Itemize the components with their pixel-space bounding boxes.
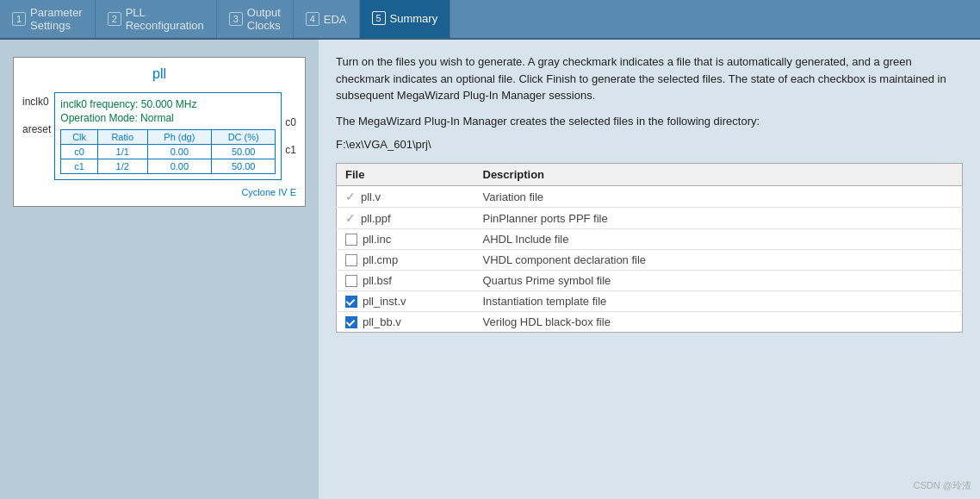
row0-ph: 0.00 <box>147 145 211 159</box>
file-name: pll_inst.v <box>363 295 406 308</box>
diagram-outputs: c0 c1 <box>282 92 296 180</box>
file-row: pll.incAHDL Include file <box>337 229 963 250</box>
tab-summary[interactable]: 5 Summary <box>360 0 451 38</box>
checkbox-gray: ✓ <box>345 211 356 225</box>
file-description: VHDL component declaration file <box>474 250 963 271</box>
tab-label-5: Summary <box>390 12 438 25</box>
diagram-box: pll inclk0 areset inclk0 frequency: 50.0… <box>13 57 306 207</box>
tab-num-1: 1 <box>12 12 26 26</box>
diagram-output-c0: c0 <box>285 116 296 128</box>
row1-clk: c1 <box>61 159 97 174</box>
tab-parameter-settings[interactable]: 1 ParameterSettings <box>0 0 96 38</box>
file-row: pll_inst.vInstantiation template file <box>337 291 963 312</box>
row1-dc: 50.00 <box>212 159 276 174</box>
tab-label-4: EDA <box>324 13 347 26</box>
tab-eda[interactable]: 4 EDA <box>294 0 360 38</box>
diagram-table: Clk Ratio Ph (dg) DC (%) c0 1/1 0.00 <box>60 129 276 174</box>
file-description: Verilog HDL black-box file <box>474 312 963 333</box>
file-cell-6: pll_bb.v <box>337 312 474 333</box>
row1-ph: 0.00 <box>147 159 211 174</box>
table-row: c1 1/2 0.00 50.00 <box>61 159 276 174</box>
diagram-mode: Operation Mode: Normal <box>60 112 276 124</box>
dir-prefix: The MegaWizard Plug-In Manager creates t… <box>336 113 963 130</box>
file-name: pll.inc <box>363 233 391 246</box>
tab-label-1: ParameterSettings <box>30 6 83 32</box>
tab-label-3: OutputClocks <box>247 6 281 32</box>
diagram-title: pll <box>22 66 296 82</box>
diagram-freq: inclk0 frequency: 50.000 MHz <box>60 98 276 110</box>
files-header-row: File Description <box>337 164 963 186</box>
right-panel: Turn on the files you wish to generate. … <box>319 40 980 499</box>
row1-ratio: 1/2 <box>97 159 147 174</box>
file-cell-0: ✓pll.v <box>337 186 474 208</box>
row0-ratio: 1/1 <box>97 145 147 159</box>
file-cell-1: ✓pll.ppf <box>337 208 474 229</box>
tab-num-5: 5 <box>372 11 386 25</box>
watermark: CSDN @玲渣 <box>914 479 971 492</box>
file-name: pll.ppf <box>361 212 391 225</box>
file-name: pll.bsf <box>363 274 392 287</box>
main-content: pll inclk0 areset inclk0 frequency: 50.0… <box>0 40 980 499</box>
file-description: Variation file <box>474 186 963 208</box>
file-description: Quartus Prime symbol file <box>474 271 963 291</box>
checkbox-empty[interactable] <box>345 254 357 266</box>
files-col-desc: Description <box>474 164 963 186</box>
checkbox-filled[interactable] <box>345 296 357 308</box>
diagram-body: inclk0 areset inclk0 frequency: 50.000 M… <box>22 92 296 180</box>
file-cell-4: pll.bsf <box>337 271 474 291</box>
tab-output-clocks[interactable]: 3 OutputClocks <box>217 0 294 38</box>
file-description: Instantiation template file <box>474 291 963 312</box>
directory-path: F:\ex\VGA_601\prj\ <box>336 138 963 151</box>
table-row: c0 1/1 0.00 50.00 <box>61 145 276 159</box>
row0-clk: c0 <box>61 145 97 159</box>
tab-label-2: PLLReconfiguration <box>126 6 204 32</box>
diagram-output-c1: c1 <box>285 144 296 156</box>
diagram-col-ratio: Ratio <box>97 130 147 145</box>
file-name: pll.v <box>361 190 381 203</box>
checkbox-filled[interactable] <box>345 316 357 328</box>
file-cell-5: pll_inst.v <box>337 291 474 312</box>
diagram-input-inclk0: inclk0 <box>22 96 51 108</box>
tab-pll-reconfiguration[interactable]: 2 PLLReconfiguration <box>96 0 217 38</box>
checkbox-empty[interactable] <box>345 275 357 287</box>
file-name: pll_bb.v <box>363 315 401 328</box>
diagram-inputs: inclk0 areset <box>22 92 51 180</box>
checkbox-empty[interactable] <box>345 234 357 246</box>
tab-bar: 1 ParameterSettings 2 PLLReconfiguration… <box>0 0 980 40</box>
checkbox-gray: ✓ <box>345 190 356 203</box>
file-row: ✓pll.ppfPinPlanner ports PPF file <box>337 208 963 229</box>
left-panel: pll inclk0 areset inclk0 frequency: 50.0… <box>0 40 319 499</box>
tab-num-4: 4 <box>306 12 319 26</box>
diagram-inner-box: inclk0 frequency: 50.000 MHz Operation M… <box>54 92 282 180</box>
file-cell-2: pll.inc <box>337 229 474 250</box>
diagram-input-areset: areset <box>22 123 51 135</box>
file-row: pll_bb.vVerilog HDL black-box file <box>337 312 963 333</box>
diagram-col-dc: DC (%) <box>212 130 276 145</box>
file-name: pll.cmp <box>363 253 398 266</box>
file-row: pll.bsfQuartus Prime symbol file <box>337 271 963 291</box>
file-cell-3: pll.cmp <box>337 250 474 271</box>
file-description: PinPlanner ports PPF file <box>474 208 963 229</box>
diagram-col-clk: Clk <box>61 130 97 145</box>
files-table: File Description ✓pll.vVariation file✓pl… <box>336 163 963 333</box>
tab-num-3: 3 <box>229 12 243 26</box>
diagram-col-ph: Ph (dg) <box>147 130 211 145</box>
description-text: Turn on the files you wish to generate. … <box>336 53 963 104</box>
tab-num-2: 2 <box>108 12 121 26</box>
file-description: AHDL Include file <box>474 229 963 250</box>
file-row: pll.cmpVHDL component declaration file <box>337 250 963 271</box>
file-row: ✓pll.vVariation file <box>337 186 963 208</box>
files-col-file: File <box>337 164 474 186</box>
diagram-device: Cyclone IV E <box>22 187 296 197</box>
row0-dc: 50.00 <box>212 145 276 159</box>
